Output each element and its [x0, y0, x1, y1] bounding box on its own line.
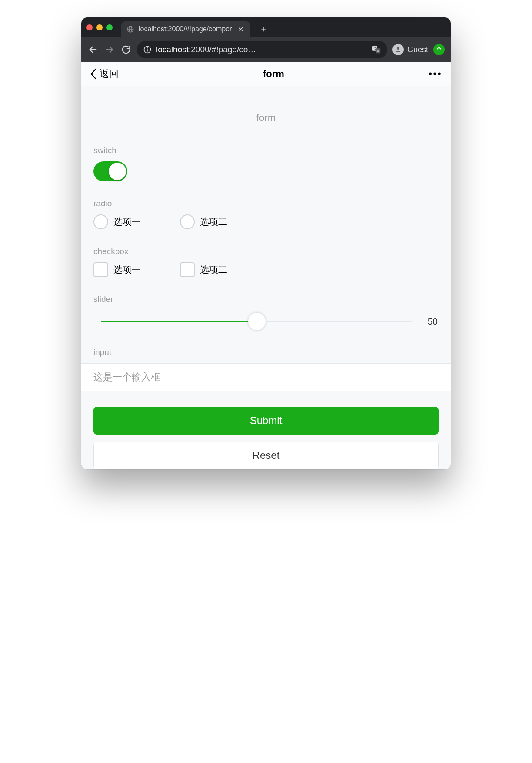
- radio-icon: [180, 214, 195, 229]
- slider-section: slider 50: [81, 277, 451, 330]
- back-button[interactable]: [87, 44, 99, 55]
- more-button[interactable]: •••: [429, 68, 442, 80]
- radio-option-2[interactable]: 选项二: [180, 214, 227, 229]
- profile-label: Guest: [407, 45, 428, 54]
- browser-tabbar: localhost:2000/#!page/compor ✕ ＋: [81, 17, 451, 37]
- address-bar[interactable]: localhost:2000/#!page/co… 文A: [137, 41, 387, 58]
- svg-point-12: [397, 47, 399, 50]
- profile-button[interactable]: Guest: [392, 44, 428, 55]
- checkbox-option-1[interactable]: 选项一: [93, 262, 141, 277]
- minimize-window-icon[interactable]: [96, 24, 103, 30]
- input-label: input: [81, 348, 451, 363]
- avatar-icon: [392, 44, 404, 55]
- radio-option-1[interactable]: 选项一: [93, 214, 141, 229]
- submit-button[interactable]: Submit: [93, 407, 439, 435]
- forward-button[interactable]: [104, 44, 115, 55]
- slider-fill: [101, 321, 257, 322]
- component-name: form: [249, 112, 283, 128]
- close-window-icon[interactable]: [86, 24, 93, 30]
- checkbox-option-label: 选项二: [200, 264, 227, 276]
- new-tab-button[interactable]: ＋: [255, 24, 273, 33]
- switch-knob: [109, 163, 126, 180]
- extension-badge[interactable]: [433, 44, 445, 55]
- slider-thumb[interactable]: [248, 313, 266, 330]
- browser-tab[interactable]: localhost:2000/#!page/compor ✕: [121, 21, 250, 37]
- translate-icon[interactable]: 文A: [372, 45, 381, 54]
- radio-section: radio 选项一 选项二: [81, 181, 451, 229]
- checkbox-option-label: 选项一: [113, 264, 141, 276]
- svg-text:A: A: [377, 49, 379, 53]
- url-text: localhost:2000/#!page/co…: [156, 45, 367, 54]
- checkbox-icon: [93, 262, 108, 277]
- chevron-left-icon: [90, 68, 97, 80]
- checkbox-icon: [180, 262, 195, 277]
- reload-button[interactable]: [120, 44, 132, 55]
- slider-control[interactable]: [101, 313, 412, 330]
- text-input[interactable]: [81, 363, 451, 391]
- radio-label: radio: [93, 199, 439, 208]
- window-controls: [86, 24, 117, 30]
- page-title: form: [263, 68, 284, 80]
- maximize-window-icon[interactable]: [106, 24, 113, 30]
- radio-option-label: 选项一: [113, 216, 141, 228]
- input-section: input: [81, 330, 451, 391]
- form-buttons: Submit Reset: [81, 391, 451, 469]
- page-header: 返回 form •••: [81, 62, 451, 86]
- globe-icon: [126, 25, 134, 33]
- svg-text:文: 文: [374, 47, 377, 50]
- back-nav[interactable]: 返回: [90, 67, 119, 80]
- reset-button[interactable]: Reset: [93, 442, 439, 469]
- browser-window: localhost:2000/#!page/compor ✕ ＋ localho…: [81, 17, 451, 469]
- checkbox-option-2[interactable]: 选项二: [180, 262, 227, 277]
- page-content: 返回 form ••• form switch radio 选项一: [81, 62, 451, 469]
- site-info-icon[interactable]: [143, 45, 152, 54]
- tab-close-icon[interactable]: ✕: [236, 25, 245, 33]
- switch-control[interactable]: [93, 161, 127, 181]
- browser-toolbar: localhost:2000/#!page/co… 文A Guest: [81, 37, 451, 62]
- radio-icon: [93, 214, 108, 229]
- checkbox-label: checkbox: [93, 247, 439, 256]
- checkbox-section: checkbox 选项一 选项二: [81, 229, 451, 277]
- tab-title: localhost:2000/#!page/compor: [139, 25, 232, 33]
- switch-label: switch: [93, 146, 439, 155]
- slider-label: slider: [93, 294, 439, 304]
- svg-point-7: [147, 47, 148, 48]
- back-label: 返回: [100, 67, 119, 80]
- switch-section: switch: [81, 128, 451, 181]
- slider-value: 50: [420, 316, 438, 327]
- radio-option-label: 选项二: [200, 216, 227, 228]
